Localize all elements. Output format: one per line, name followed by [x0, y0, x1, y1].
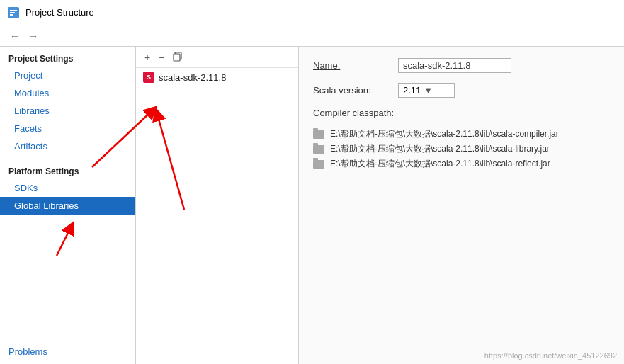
- scala-version-value: 2.11: [403, 85, 421, 96]
- sidebar-item-problems[interactable]: Problems: [0, 339, 135, 364]
- classpath-path-0: E:\帮助文档-压缩包\大数据\scala-2.11.8\lib\scala-c…: [330, 128, 559, 140]
- title-bar: Project Structure: [0, 0, 624, 25]
- svg-rect-5: [174, 54, 180, 61]
- middle-panel: + − S scala-sdk-2.11.8: [136, 47, 299, 364]
- sidebar-item-facets[interactable]: Facets: [0, 120, 135, 137]
- name-value: scala-sdk-2.11.8: [398, 58, 511, 73]
- sidebar: Project Settings Project Modules Librari…: [0, 47, 136, 364]
- classpath-path-1: E:\帮助文档-压缩包\大数据\scala-2.11.8\lib\scala-l…: [330, 143, 550, 155]
- remove-button[interactable]: −: [156, 51, 167, 64]
- sidebar-item-project[interactable]: Project: [0, 67, 135, 84]
- folder-icon-1: [313, 145, 324, 154]
- svg-rect-3: [10, 14, 13, 16]
- scala-version-label: Scala version:: [313, 85, 391, 96]
- classpath-label: Compiler classpath:: [313, 108, 610, 118]
- copy-button[interactable]: [170, 50, 186, 64]
- title-bar-text: Project Structure: [25, 7, 94, 18]
- nav-bar: ← →: [0, 25, 624, 47]
- classpath-item-2: E:\帮助文档-压缩包\大数据\scala-2.11.8\lib\scala-r…: [313, 158, 610, 170]
- classpath-list: E:\帮助文档-压缩包\大数据\scala-2.11.8\lib\scala-c…: [313, 128, 610, 170]
- sidebar-item-artifacts[interactable]: Artifacts: [0, 137, 135, 155]
- project-settings-label: Project Settings: [0, 47, 135, 67]
- name-field-row: Name: scala-sdk-2.11.8: [313, 58, 610, 73]
- folder-icon-0: [313, 130, 324, 139]
- app-icon: [7, 6, 20, 19]
- svg-rect-1: [10, 10, 17, 11]
- classpath-section: Compiler classpath:: [313, 108, 610, 118]
- sidebar-item-sdks[interactable]: SDKs: [0, 179, 135, 197]
- folder-icon-2: [313, 160, 324, 169]
- scala-version-select[interactable]: 2.11 ▼: [398, 83, 455, 98]
- chevron-down-icon: ▼: [424, 85, 433, 96]
- svg-rect-2: [10, 12, 15, 13]
- tree-item-scala-sdk[interactable]: S scala-sdk-2.11.8: [136, 68, 298, 86]
- name-label: Name:: [313, 60, 391, 71]
- forward-button[interactable]: →: [25, 29, 41, 43]
- classpath-item-1: E:\帮助文档-压缩包\大数据\scala-2.11.8\lib\scala-l…: [313, 143, 610, 155]
- main-layout: Project Settings Project Modules Librari…: [0, 47, 624, 364]
- copy-icon: [173, 52, 183, 62]
- scala-version-row: Scala version: 2.11 ▼: [313, 83, 610, 98]
- add-button[interactable]: +: [142, 51, 153, 64]
- classpath-path-2: E:\帮助文档-压缩包\大数据\scala-2.11.8\lib\scala-r…: [330, 158, 550, 170]
- tree-item-label: scala-sdk-2.11.8: [159, 72, 226, 83]
- sidebar-item-modules[interactable]: Modules: [0, 84, 135, 102]
- watermark: https://blog.csdn.net/weixin_45122692: [484, 351, 617, 360]
- middle-toolbar: + −: [136, 47, 298, 68]
- platform-settings-label: Platform Settings: [0, 159, 135, 179]
- sidebar-item-libraries[interactable]: Libraries: [0, 102, 135, 120]
- sidebar-item-global-libraries[interactable]: Global Libraries: [0, 197, 135, 215]
- classpath-item-0: E:\帮助文档-压缩包\大数据\scala-2.11.8\lib\scala-c…: [313, 128, 610, 140]
- back-button[interactable]: ←: [7, 29, 23, 43]
- detail-panel: Name: scala-sdk-2.11.8 Scala version: 2.…: [299, 47, 624, 364]
- scala-icon: S: [143, 72, 154, 83]
